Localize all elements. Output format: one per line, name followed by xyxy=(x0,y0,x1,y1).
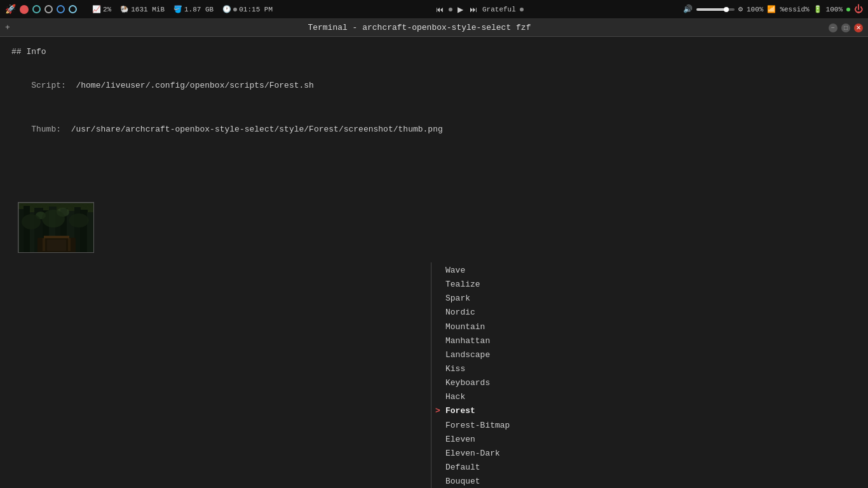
fzf-item-forest-bitmap[interactable]: Forest-Bitmap xyxy=(431,419,545,433)
gear-icon: ⚙ xyxy=(738,4,743,14)
ssid-label: %essid% xyxy=(780,6,809,13)
window-controls: − □ ✕ xyxy=(829,24,863,32)
dot-ring2 xyxy=(44,5,53,13)
bouquet-label: Bouquet xyxy=(445,475,480,488)
hack-label: Hack xyxy=(445,391,465,403)
dot-ring4 xyxy=(69,5,77,13)
window-title: Terminal - archcraft-openbox-style-selec… xyxy=(10,23,829,32)
window-titlebar: + Terminal - archcraft-openbox-style-sel… xyxy=(0,19,868,37)
eleven-dark-label: Eleven-Dark xyxy=(445,447,500,460)
minimize-button[interactable]: − xyxy=(829,24,837,32)
spark-label: Spark xyxy=(445,292,470,305)
svg-rect-19 xyxy=(68,238,71,251)
fzf-item-bouquet[interactable]: Bouquet xyxy=(431,475,545,488)
disk-stat: 🪣 1.87 GB xyxy=(171,5,216,13)
chart-icon: 📈 xyxy=(92,5,101,13)
manhattan-label: Manhattan xyxy=(445,335,490,348)
forest-bitmap-label: Forest-Bitmap xyxy=(445,419,510,432)
ram-icon: 🐏 xyxy=(120,5,129,13)
fzf-item-landscape[interactable]: Landscape xyxy=(431,348,545,362)
fzf-item-manhattan[interactable]: Manhattan xyxy=(431,334,545,348)
fzf-item-eleven[interactable]: Eleven xyxy=(431,433,545,447)
svg-rect-17 xyxy=(44,236,69,238)
forest-label: Forest xyxy=(445,405,475,417)
vol-icon: 🔊 xyxy=(683,4,693,14)
fzf-item-keyboards[interactable]: Keyboards xyxy=(431,376,545,390)
thumb-line: Thumb: /usr/share/archcraft-openbox-styl… xyxy=(11,111,857,148)
thumbnail-svg xyxy=(18,203,94,253)
battery-icon: 🔋 xyxy=(813,5,822,13)
close-button[interactable]: ✕ xyxy=(854,24,863,32)
eleven-label: Eleven xyxy=(445,433,475,446)
disk-icon: 🪣 xyxy=(173,5,182,13)
svg-point-20 xyxy=(22,214,41,229)
info-heading: ## Info xyxy=(11,46,857,58)
cpu-stat: 📈 2% xyxy=(90,5,114,13)
tealize-label: Tealize xyxy=(445,278,480,291)
play-button[interactable]: ▶ xyxy=(456,5,465,14)
default-label: Default xyxy=(445,461,480,474)
fzf-item-wave[interactable]: Wave xyxy=(431,264,545,278)
svg-rect-16 xyxy=(47,240,66,251)
dot-ring1 xyxy=(32,5,41,13)
power-icon: ⏻ xyxy=(854,4,863,15)
fzf-item-tealize[interactable]: Tealize xyxy=(431,278,545,292)
clock-icon: 🕐 xyxy=(222,5,231,13)
clock-dot xyxy=(233,8,237,11)
fzf-item-kiss[interactable]: Kiss xyxy=(431,362,545,376)
mountain-label: Mountain xyxy=(445,321,485,334)
selected-arrow-icon: > xyxy=(435,405,440,417)
battery-value: 100% xyxy=(826,6,843,13)
nordic-label: Nordic xyxy=(445,306,475,319)
fzf-item-spark[interactable]: Spark xyxy=(431,292,545,306)
thumb-path: /usr/share/archcraft-openbox-style-selec… xyxy=(71,125,443,134)
time-stat: 🕐 01:15 PM xyxy=(220,5,275,13)
music-title: Grateful xyxy=(482,6,516,13)
system-topbar: 🚀 📈 2% 🐏 1631 MiB 🪣 1.87 GB 🕐 01:15 PM ⏮… xyxy=(0,0,868,19)
dot-ring3 xyxy=(57,5,65,13)
add-tab-button[interactable]: + xyxy=(5,23,10,32)
fzf-item-nordic[interactable]: Nordic xyxy=(431,306,545,320)
rocket-icon: 🚀 xyxy=(5,4,16,15)
brightness-value: 100% xyxy=(747,6,763,13)
ram-stat: 🐏 1631 MiB xyxy=(118,5,167,13)
svg-point-21 xyxy=(42,210,65,227)
fzf-item-eleven-dark[interactable]: Eleven-Dark xyxy=(431,447,545,461)
kiss-label: Kiss xyxy=(445,363,465,376)
terminal-content: ## Info Script: /home/liveuser/.config/o… xyxy=(0,37,868,488)
battery-dot xyxy=(846,8,850,11)
maximize-button[interactable]: □ xyxy=(841,24,850,32)
music-status-dot xyxy=(520,8,524,11)
fzf-dropdown: Wave Tealize Spark Nordic Mountain Manha… xyxy=(431,262,545,488)
music-dot xyxy=(449,8,452,11)
keyboards-label: Keyboards xyxy=(445,377,490,390)
script-label: Script: xyxy=(31,81,76,90)
svg-rect-2 xyxy=(24,206,30,253)
system-tray: 🔊 ⚙ 100% 📶 %essid% 🔋 100% ⏻ xyxy=(683,4,863,15)
prev-track-button[interactable]: ⏮ xyxy=(435,5,445,14)
dot-red xyxy=(20,5,29,14)
next-track-button[interactable]: ⏭ xyxy=(468,5,478,14)
wave-label: Wave xyxy=(445,264,465,277)
fzf-item-hack[interactable]: Hack xyxy=(431,390,545,404)
svg-point-22 xyxy=(69,214,89,227)
fzf-item-mountain[interactable]: Mountain xyxy=(431,320,545,334)
svg-rect-18 xyxy=(43,238,45,251)
fzf-item-forest[interactable]: > Forest xyxy=(431,404,545,418)
thumb-label: Thumb: xyxy=(31,125,71,134)
volume-bar[interactable] xyxy=(696,8,735,11)
script-line: Script: /home/liveuser/.config/openbox/s… xyxy=(11,67,857,105)
thumbnail-preview xyxy=(18,202,94,253)
script-path: /home/liveuser/.config/openbox/scripts/F… xyxy=(76,81,313,90)
fzf-item-default[interactable]: Default xyxy=(431,461,545,475)
wifi-icon: 📶 xyxy=(767,5,776,13)
landscape-label: Landscape xyxy=(445,349,490,362)
